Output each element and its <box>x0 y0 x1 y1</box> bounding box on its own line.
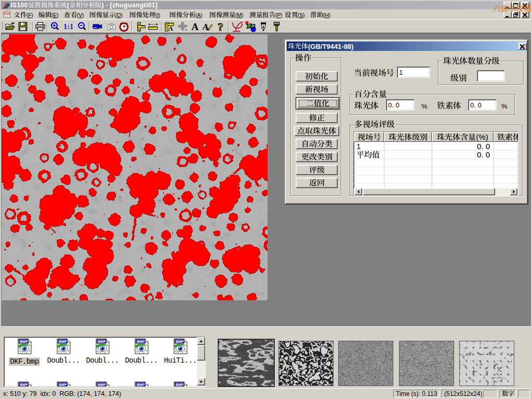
file-item-row2-1[interactable]: BMP <box>6 381 43 387</box>
svg-text:BMP: BMP <box>20 383 28 387</box>
toolbar-curve-cut-button[interactable] <box>232 21 243 32</box>
op-button-1[interactable] <box>296 71 338 82</box>
table-header-3[interactable]: (%) <box>432 132 494 142</box>
current-field-input[interactable]: 1 <box>397 66 430 78</box>
menu-item-9[interactable]: (S) <box>285 11 304 19</box>
app-icon <box>3 2 10 9</box>
percent-group-label <box>353 90 388 99</box>
file-item-5[interactable]: BMP HuiTi... <box>162 338 198 365</box>
toolbar-photo-camera-button[interactable] <box>105 21 117 32</box>
file-item-row2-3[interactable]: BMP <box>84 381 121 387</box>
table-hscrollbar[interactable] <box>354 188 518 196</box>
ferrite-label <box>437 101 461 111</box>
op-button-3[interactable] <box>297 98 339 109</box>
actual-size-icon: 1:1 <box>64 22 73 31</box>
op-button-8[interactable] <box>296 165 338 175</box>
menu-item-7[interactable]: (M) <box>209 11 243 19</box>
table-header-2[interactable] <box>384 132 432 142</box>
op-button-label <box>301 153 332 162</box>
thumbnail-image-4[interactable] <box>399 341 454 386</box>
toolbar-zoom-in-button[interactable] <box>49 21 61 32</box>
toolbar-count-points-button[interactable]: 123 <box>245 21 256 32</box>
menu-item-6[interactable]: (A) <box>169 11 202 19</box>
toolbar-pen-button[interactable] <box>258 21 269 32</box>
file-name: DKF.bmp <box>9 357 39 366</box>
file-item-2[interactable]: BMP Doubl... <box>45 338 82 365</box>
menu-item-5[interactable]: (I) <box>129 11 160 19</box>
scroll-right-button[interactable] <box>510 188 517 195</box>
file-item-row2-2[interactable]: BMP <box>45 381 82 387</box>
scroll-thumb[interactable] <box>363 188 495 195</box>
dialog-close-button[interactable] <box>518 43 527 50</box>
op-button-4[interactable] <box>296 113 338 123</box>
toolbar-annotate-button[interactable]: A <box>202 21 214 32</box>
doc-icon-label: DOC <box>4 12 10 15</box>
dialog-title-bar[interactable]: (GB/T9441-88) <box>287 42 527 51</box>
thumbnail-image-1[interactable] <box>218 339 275 387</box>
toolbar-open-button[interactable] <box>5 21 16 32</box>
thumbnail-image-2[interactable] <box>278 341 334 386</box>
multifield-table[interactable]: (%)10. 00. 0 <box>353 131 518 196</box>
menu-item-3[interactable]: (V) <box>64 11 84 19</box>
toolbar-brush-button[interactable] <box>271 21 282 32</box>
svg-text:BMP: BMP <box>59 340 67 343</box>
file-list-scrollbar[interactable] <box>197 337 205 385</box>
scroll-thumb[interactable] <box>197 345 205 361</box>
toolbar-separator <box>32 22 33 31</box>
micrograph-image[interactable] <box>2 34 268 300</box>
menu-item-1[interactable]: (F) <box>14 11 33 19</box>
file-item-4[interactable]: BMP Doubl... <box>123 338 159 365</box>
toolbar-caliper-button[interactable] <box>135 21 146 32</box>
toolbar-video-camera-button[interactable] <box>92 21 103 32</box>
table-cell <box>354 150 380 158</box>
toolbar-move-cross-button[interactable] <box>177 21 189 32</box>
photo-camera-icon <box>107 22 116 31</box>
scroll-up-button[interactable] <box>197 337 205 345</box>
op-button-2[interactable] <box>296 84 338 95</box>
file-item-row2-5[interactable]: BMP <box>162 381 198 387</box>
toolbar-actual-size-button[interactable]: 1:1 <box>63 21 74 32</box>
level-input[interactable] <box>477 70 505 82</box>
op-button-9[interactable] <box>296 178 338 188</box>
toolbar-print-button[interactable] <box>34 21 46 32</box>
toolbar-text-a-button[interactable]: A <box>189 21 201 32</box>
file-item-3[interactable]: BMP Doubl... <box>84 338 121 365</box>
scroll-left-button[interactable] <box>354 188 362 195</box>
table-header-4[interactable] <box>494 132 518 142</box>
table-header-1[interactable] <box>354 132 384 142</box>
pearlite-input[interactable]: 0. 0 <box>386 99 415 111</box>
table-grid-line <box>354 175 518 176</box>
thumbnail-image-3[interactable] <box>338 341 393 386</box>
file-item-1[interactable]: BMP DKF.bmp <box>6 338 43 366</box>
save-icon <box>19 22 27 31</box>
toolbar-clock-button[interactable] <box>118 21 129 32</box>
toolbar-ruler-horizontal-button[interactable] <box>147 21 158 32</box>
toolbar-ruler-text-button[interactable]: A <box>164 21 175 32</box>
op-button-5[interactable] <box>294 126 339 136</box>
op-button-7[interactable] <box>296 152 338 162</box>
toolbar-save-button[interactable] <box>17 21 29 32</box>
op-button-6[interactable] <box>296 139 338 149</box>
file-name: Doubl... <box>84 356 121 365</box>
move-cross-icon <box>178 22 188 31</box>
bmp-file-icon: BMP <box>45 381 82 387</box>
toolbar-zoom-out-button[interactable] <box>76 21 88 32</box>
table-cell-value: 1 <box>356 142 361 151</box>
scroll-down-button[interactable] <box>197 378 205 385</box>
file-list[interactable]: BMP DKF.bmp BMP BMP Doubl... BMP BMP Dou… <box>4 337 206 387</box>
thumbnail-image-5[interactable] <box>459 341 514 386</box>
brush-icon <box>273 22 280 31</box>
file-item-row2-4[interactable]: BMP <box>123 381 159 387</box>
menu-item-8[interactable]: (P) <box>249 11 282 19</box>
op-button-label <box>306 99 329 108</box>
menu-item-10[interactable]: (H) <box>310 11 330 19</box>
menu-item-2[interactable]: (E) <box>38 11 58 19</box>
status-image-size: (512x512x24) <box>442 390 482 398</box>
title-bar: IS100() - [zhuguangti01] <box>1 1 531 9</box>
op-button-label <box>309 179 325 188</box>
file-name: HuiTi... <box>162 356 198 365</box>
toolbar-help-button[interactable]: ? <box>216 21 227 32</box>
toolbar-separator <box>47 22 48 31</box>
menu-item-4[interactable]: (D) <box>89 11 123 19</box>
ferrite-input[interactable]: 0. 0 <box>468 99 497 111</box>
